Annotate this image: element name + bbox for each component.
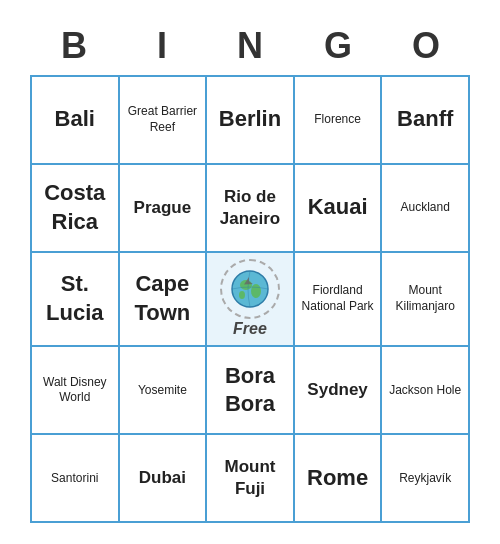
cell-text: Prague <box>134 197 192 219</box>
bingo-grid: BaliGreat Barrier ReefBerlinFlorenceBanf… <box>30 75 470 524</box>
cell-text: Yosemite <box>138 383 187 399</box>
bingo-cell: Bora Bora <box>207 347 295 435</box>
bingo-cell: Sydney <box>295 347 383 435</box>
bingo-cell: Jackson Hole <box>382 347 470 435</box>
cell-text: Bali <box>55 105 95 134</box>
bingo-header-letter: O <box>382 21 470 71</box>
bingo-cell: Rio de Janeiro <box>207 165 295 253</box>
svg-point-0 <box>232 271 268 307</box>
bingo-cell: Cape Town <box>120 253 208 348</box>
bingo-cell: Berlin <box>207 77 295 165</box>
cell-text: Dubai <box>139 467 186 489</box>
cell-text: Auckland <box>401 200 450 216</box>
bingo-cell: Banff <box>382 77 470 165</box>
cell-text: Reykjavík <box>399 471 451 487</box>
cell-text: Fiordland National Park <box>299 283 377 314</box>
cell-text: Florence <box>314 112 361 128</box>
cell-text: Kauai <box>308 193 368 222</box>
cell-text: Santorini <box>51 471 98 487</box>
bingo-cell: Santorini <box>32 435 120 523</box>
bingo-header: BINGO <box>30 21 470 71</box>
svg-point-2 <box>251 284 261 298</box>
bingo-cell: Reykjavík <box>382 435 470 523</box>
free-space-border <box>220 259 280 319</box>
bingo-header-letter: B <box>30 21 118 71</box>
bingo-cell: Free <box>207 253 295 348</box>
cell-text: Sydney <box>307 379 367 401</box>
bingo-cell: Prague <box>120 165 208 253</box>
bingo-cell: Auckland <box>382 165 470 253</box>
bingo-cell: Florence <box>295 77 383 165</box>
free-label: Free <box>233 319 267 340</box>
bingo-cell: Rome <box>295 435 383 523</box>
bingo-cell: Mount Kilimanjaro <box>382 253 470 348</box>
bingo-cell: Bali <box>32 77 120 165</box>
cell-text: St. Lucia <box>36 270 114 327</box>
bingo-cell: Kauai <box>295 165 383 253</box>
bingo-header-letter: I <box>118 21 206 71</box>
free-space: Free <box>220 259 280 340</box>
cell-text: Bora Bora <box>211 362 289 419</box>
cell-text: Berlin <box>219 105 281 134</box>
bingo-header-letter: N <box>206 21 294 71</box>
bingo-cell: Fiordland National Park <box>295 253 383 348</box>
cell-text: Mount Fuji <box>211 456 289 500</box>
bingo-cell: Walt Disney World <box>32 347 120 435</box>
bingo-cell: Dubai <box>120 435 208 523</box>
bingo-header-letter: G <box>294 21 382 71</box>
bingo-cell: Mount Fuji <box>207 435 295 523</box>
cell-text: Great Barrier Reef <box>124 104 202 135</box>
svg-point-3 <box>239 291 245 299</box>
bingo-cell: Costa Rica <box>32 165 120 253</box>
bingo-cell: Great Barrier Reef <box>120 77 208 165</box>
cell-text: Mount Kilimanjaro <box>386 283 464 314</box>
cell-text: Jackson Hole <box>389 383 461 399</box>
cell-text: Rio de Janeiro <box>211 186 289 230</box>
globe-icon <box>228 267 272 311</box>
bingo-cell: St. Lucia <box>32 253 120 348</box>
cell-text: Rome <box>307 464 368 493</box>
cell-text: Costa Rica <box>36 179 114 236</box>
cell-text: Banff <box>397 105 453 134</box>
cell-text: Walt Disney World <box>36 375 114 406</box>
bingo-cell: Yosemite <box>120 347 208 435</box>
bingo-card: BINGO BaliGreat Barrier ReefBerlinFloren… <box>20 11 480 534</box>
cell-text: Cape Town <box>124 270 202 327</box>
